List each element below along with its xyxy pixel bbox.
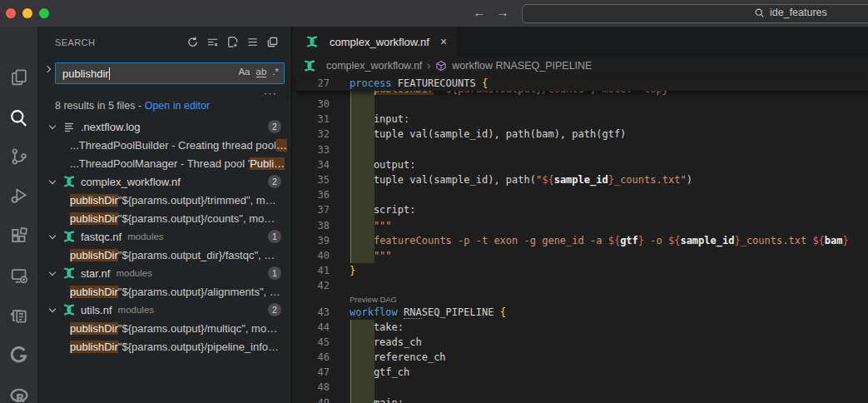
traffic-light-minimize[interactable] (22, 8, 32, 18)
line-number: 48 (295, 381, 330, 393)
remote-explorer-icon (10, 266, 28, 285)
breadcrumb-file[interactable]: complex_workflow.nf (326, 60, 422, 72)
search-match-row[interactable]: publishDir "${params.output}/counts", mo… (37, 209, 293, 227)
code-line[interactable]: 36 (295, 187, 868, 202)
code-area[interactable]: 27process FEATURECOUNTS { publishDir "${… (295, 75, 868, 403)
code-line[interactable]: 42 (295, 278, 868, 293)
command-center[interactable]: ide_features (522, 4, 868, 23)
view-as-list-icon[interactable] (246, 36, 259, 48)
chevron-down-icon[interactable] (49, 232, 56, 239)
toggle-replace-chevron[interactable] (44, 66, 51, 72)
breadcrumb-symbol[interactable]: workflow RNASEQ_PIPELINE (452, 60, 592, 72)
nextflow-icon (62, 175, 76, 188)
code-text: tuple val(sample_id), path("${sample_id}… (350, 174, 692, 186)
search-file-row[interactable]: star.nfmodules1 (37, 264, 293, 282)
code-text: script: (350, 204, 415, 216)
line-number: 43 (295, 306, 330, 318)
search-match-row[interactable]: publishDir "${params.output}/alignments"… (37, 282, 293, 301)
file-name: .nextflow.log (81, 121, 141, 133)
search-match-row[interactable]: ...ThreadPoolBuilder - Creating thread p… (37, 136, 293, 154)
activity-remote-explorer[interactable] (0, 261, 37, 290)
search-file-row[interactable]: complex_workflow.nf2 (37, 172, 293, 191)
code-line[interactable]: 32 tuple val(sample_id), path(bam), path… (295, 127, 868, 142)
activity-search[interactable] (0, 103, 37, 132)
extensions-icon (10, 226, 28, 245)
code-line[interactable]: 48 (295, 380, 868, 395)
tab-close-icon[interactable]: × (440, 35, 447, 48)
code-line[interactable]: publishDir "${params.output}/counts", mo… (295, 91, 868, 97)
code-line[interactable]: 49 main: (295, 396, 868, 403)
chevron-down-icon[interactable] (49, 177, 56, 184)
code-text: main: (350, 397, 404, 403)
tab-complex-workflow[interactable]: complex_workflow.nf × (295, 27, 457, 57)
match-case-toggle[interactable]: Aa (238, 67, 250, 77)
line-number: 44 (295, 321, 330, 333)
code-line[interactable]: 44 take: (295, 320, 868, 335)
search-file-row[interactable]: fastqc.nfmodules1 (37, 227, 293, 246)
search-match-row[interactable]: ...ThreadPoolManager - Thread pool 'Publ… (37, 154, 293, 172)
whole-word-toggle[interactable]: ab (256, 67, 267, 77)
nav-forward-button[interactable]: → (494, 5, 511, 19)
code-text: workflow RNASEQ_PIPELINE { (350, 306, 506, 318)
search-match-row[interactable]: publishDir "${params.output}/pipeline_in… (37, 337, 293, 356)
code-line[interactable]: 33 (295, 142, 868, 157)
collapse-all-icon[interactable] (266, 36, 279, 48)
nav-back-button[interactable]: ← (471, 5, 488, 19)
search-input[interactable]: publishdir Aa ab .* (55, 62, 285, 84)
nextflow-icon (62, 303, 76, 316)
refresh-icon[interactable] (186, 36, 199, 48)
code-text: input: (350, 113, 409, 125)
code-line[interactable]: 30 (295, 97, 868, 112)
code-line[interactable]: 46 reference_ch (295, 350, 868, 365)
code-line[interactable]: 45 reads_ch (295, 335, 868, 350)
results-count: 8 results in 5 files (55, 100, 136, 112)
code-line[interactable]: 41} (295, 263, 868, 278)
nextflow-icon (62, 175, 76, 188)
more-actions-button[interactable]: ··· (264, 87, 277, 99)
file-name: utils.nf (81, 304, 112, 316)
traffic-light-close[interactable] (6, 8, 16, 18)
line-number: 33 (295, 144, 330, 156)
code-line[interactable]: 39 featureCounts -p -t exon -g gene_id -… (295, 233, 868, 248)
clear-search-results-icon[interactable] (206, 36, 219, 48)
search-match-row[interactable]: publishDir "${params.output}/multiqc", m… (37, 319, 293, 337)
activity-gitlens[interactable] (0, 341, 37, 370)
activity-explorer[interactable] (0, 63, 37, 92)
chevron-down-icon[interactable] (49, 122, 56, 129)
search-file-row[interactable]: .nextflow.log2 (37, 117, 293, 136)
code-line[interactable]: 37 script: (295, 202, 868, 217)
chevron-down-icon[interactable] (49, 269, 56, 276)
regex-toggle[interactable]: .* (272, 67, 279, 77)
sticky-scroll-line[interactable]: 27process FEATURECOUNTS { (295, 75, 868, 91)
command-center-query: ide_features (770, 7, 827, 18)
code-text: tuple val(sample_id), path(bam), path(gt… (350, 128, 626, 140)
match-pre-text: ...ThreadPoolManager - Thread pool ' (70, 157, 250, 170)
code-line[interactable]: 31 input: (295, 112, 868, 127)
code-line[interactable]: 47 gtf_ch (295, 365, 868, 380)
match-count-badge: 1 (268, 266, 281, 280)
code-line[interactable]: 35 tuple val(sample_id), path("${sample_… (295, 172, 868, 187)
new-search-editor-icon[interactable] (226, 36, 239, 48)
search-file-row[interactable]: utils.nfmodules2 (37, 301, 293, 319)
nextflow-icon (62, 230, 76, 243)
activity-file-compare[interactable] (0, 301, 37, 330)
match-post-text: "${params.output_dir}/fastqc", … (118, 249, 275, 261)
line-number: 40 (295, 250, 330, 261)
search-match-row[interactable]: publishDir "${params.output_dir}/fastqc"… (37, 246, 293, 264)
match-post-text: "${params.output}/multiqc", mo… (118, 322, 277, 335)
open-in-editor-link[interactable]: Open in editor (145, 100, 211, 112)
tab-label: complex_workflow.nf (330, 36, 429, 48)
code-line[interactable]: 43workflow RNASEQ_PIPELINE { (295, 304, 868, 319)
chevron-down-icon[interactable] (49, 306, 56, 312)
nextflow-icon (62, 266, 76, 280)
activity-source-control[interactable] (0, 142, 37, 171)
activity-r-language[interactable]: R (0, 382, 37, 403)
code-line[interactable]: 40 """ (295, 248, 868, 263)
search-match-row[interactable]: publishDir "${params.output}/trimmed", m… (37, 191, 293, 209)
traffic-light-zoom[interactable] (39, 8, 49, 18)
codelens-preview-dag[interactable]: Preview DAG (350, 295, 397, 304)
activity-extensions[interactable] (0, 221, 37, 250)
code-line[interactable]: 34 output: (295, 157, 868, 172)
code-line[interactable]: 38 """ (295, 218, 868, 233)
activity-run-debug[interactable] (0, 182, 37, 210)
